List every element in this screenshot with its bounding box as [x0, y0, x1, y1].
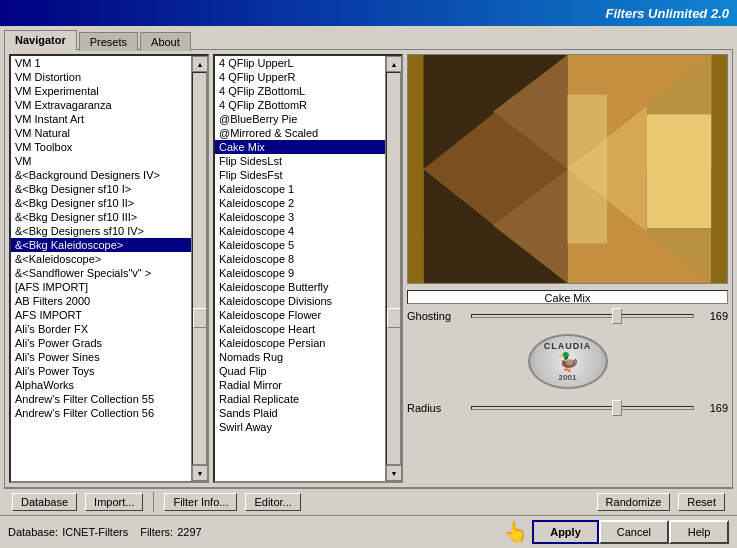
middle-list-item-sands-plaid[interactable]: Sands Plaid	[215, 406, 385, 420]
claudia-name: CLAUDIA	[544, 341, 592, 351]
left-list-item-vm1[interactable]: VM 1	[11, 56, 191, 70]
middle-list-scroll[interactable]: 4 QFlip UpperL4 QFlip UpperR4 QFlip ZBot…	[215, 56, 385, 481]
middle-list-item-mirrored-scaled[interactable]: @Mirrored & Scaled	[215, 126, 385, 140]
left-list-item-vm-experimental[interactable]: VM Experimental	[11, 84, 191, 98]
claudia-bird-icon: 🦆	[557, 351, 579, 373]
middle-list-item-cake-mix[interactable]: Cake Mix	[215, 140, 385, 154]
ghosting-label: Ghosting	[407, 310, 467, 322]
left-scroll-thumb[interactable]	[193, 308, 207, 328]
left-scroll-down[interactable]	[192, 465, 207, 481]
main-container: Navigator Presets About VM 1VM Distortio…	[0, 26, 737, 548]
claudia-year: 2001	[559, 373, 577, 382]
middle-list-item-kaleidoscope-1[interactable]: Kaleidoscope 1	[215, 182, 385, 196]
randomize-button[interactable]: Randomize	[597, 493, 671, 511]
middle-list-item-kaleidoscope-heart[interactable]: Kaleidoscope Heart	[215, 322, 385, 336]
claudia-area: CLAUDIA 🦆 2001	[407, 326, 728, 396]
middle-list-item-kaleidoscope-5[interactable]: Kaleidoscope 5	[215, 238, 385, 252]
apply-indicator-icon: 👆	[503, 520, 528, 544]
middle-list-item-swirl-away[interactable]: Swirl Away	[215, 420, 385, 434]
toolbar-separator-1	[153, 492, 154, 512]
left-list-item-vm-distortion[interactable]: VM Distortion	[11, 70, 191, 84]
left-list-item-vm-toolbox[interactable]: VM Toolbox	[11, 140, 191, 154]
middle-list-item-4qflip-zbottomr[interactable]: 4 QFlip ZBottomR	[215, 98, 385, 112]
import-button[interactable]: Import...	[85, 493, 143, 511]
tab-navigator[interactable]: Navigator	[4, 30, 77, 50]
left-filter-list: VM 1VM DistortionVM ExperimentalVM Extra…	[9, 54, 209, 483]
filter-info-button[interactable]: Filter Info...	[164, 493, 237, 511]
middle-list-item-kaleidoscope-persian[interactable]: Kaleidoscope Persian	[215, 336, 385, 350]
middle-list-item-radial-mirror[interactable]: Radial Mirror	[215, 378, 385, 392]
left-list-item-bkg-designers-sf10iv[interactable]: &<Bkg Designers sf10 IV>	[11, 224, 191, 238]
middle-scroll-up[interactable]	[386, 56, 401, 72]
middle-list-item-kaleidoscope-butterfly[interactable]: Kaleidoscope Butterfly	[215, 280, 385, 294]
left-scrollbar[interactable]	[191, 56, 207, 481]
help-button[interactable]: Help	[669, 520, 729, 544]
left-list-item-vm-instant-art[interactable]: VM Instant Art	[11, 112, 191, 126]
tab-about[interactable]: About	[140, 32, 191, 51]
middle-list-item-kaleidoscope-3[interactable]: Kaleidoscope 3	[215, 210, 385, 224]
left-list-item-vm-extravagaranza[interactable]: VM Extravagaranza	[11, 98, 191, 112]
filter-name-container: Cake Mix	[407, 290, 728, 304]
middle-scroll-track[interactable]	[386, 72, 401, 465]
middle-list-item-kaleidoscope-divisions[interactable]: Kaleidoscope Divisions	[215, 294, 385, 308]
left-list-item-vm-natural[interactable]: VM Natural	[11, 126, 191, 140]
reset-button[interactable]: Reset	[678, 493, 725, 511]
middle-list-item-kaleidoscope-2[interactable]: Kaleidoscope 2	[215, 196, 385, 210]
tab-presets[interactable]: Presets	[79, 32, 138, 51]
left-list-item-alis-power-grads[interactable]: Ali's Power Grads	[11, 336, 191, 350]
middle-list-item-kaleidoscope-flower[interactable]: Kaleidoscope Flower	[215, 308, 385, 322]
database-value: ICNET-Filters	[62, 526, 128, 538]
middle-list-item-4qflip-zbottoml[interactable]: 4 QFlip ZBottomL	[215, 84, 385, 98]
left-list-item-alis-power-sines[interactable]: Ali's Power Sines	[11, 350, 191, 364]
middle-list-item-blueberry-pie[interactable]: @BlueBerry Pie	[215, 112, 385, 126]
left-list-scroll[interactable]: VM 1VM DistortionVM ExperimentalVM Extra…	[11, 56, 191, 481]
left-list-item-alis-border-fx[interactable]: Ali's Border FX	[11, 322, 191, 336]
middle-list-item-4qflip-upperr[interactable]: 4 QFlip UpperR	[215, 70, 385, 84]
ghosting-row: Ghosting 169	[407, 310, 728, 322]
left-list-item-bkg-designers-iv[interactable]: &<Background Designers IV>	[11, 168, 191, 182]
left-list-item-andrews-55[interactable]: Andrew's Filter Collection 55	[11, 392, 191, 406]
left-list-item-bkg-designer-sf10ii[interactable]: &<Bkg Designer sf10 II>	[11, 196, 191, 210]
middle-scroll-down[interactable]	[386, 465, 401, 481]
radius-slider[interactable]	[471, 406, 694, 410]
filters-value: 2297	[177, 526, 201, 538]
middle-list-item-quad-flip[interactable]: Quad Flip	[215, 364, 385, 378]
database-button[interactable]: Database	[12, 493, 77, 511]
ghosting-slider[interactable]	[471, 314, 694, 318]
apply-button[interactable]: Apply	[532, 520, 599, 544]
middle-list-item-4qflip-upperl[interactable]: 4 QFlip UpperL	[215, 56, 385, 70]
middle-list-item-flip-sidesfst[interactable]: Flip SidesFst	[215, 168, 385, 182]
left-scroll-track[interactable]	[192, 72, 207, 465]
left-scroll-up[interactable]	[192, 56, 207, 72]
left-list-item-alphaworks[interactable]: AlphaWorks	[11, 378, 191, 392]
tab-bar: Navigator Presets About	[0, 26, 737, 49]
preview-canvas	[407, 54, 728, 284]
middle-list-item-nomads-rug[interactable]: Nomads Rug	[215, 350, 385, 364]
bottom-toolbar: Database Import... Filter Info... Editor…	[4, 488, 733, 515]
left-list-item-afs-import[interactable]: [AFS IMPORT]	[11, 280, 191, 294]
app-title: Filters Unlimited 2.0	[605, 6, 729, 21]
title-bar: Filters Unlimited 2.0	[0, 0, 737, 26]
left-list-item-kaleidoscope[interactable]: &<Kaleidoscope>	[11, 252, 191, 266]
radius-row: Radius 169	[407, 402, 728, 414]
middle-list-item-kaleidoscope-8[interactable]: Kaleidoscope 8	[215, 252, 385, 266]
svg-rect-11	[647, 169, 711, 228]
editor-button[interactable]: Editor...	[245, 493, 300, 511]
middle-list-item-kaleidoscope-4[interactable]: Kaleidoscope 4	[215, 224, 385, 238]
middle-list-item-radial-replicate[interactable]: Radial Replicate	[215, 392, 385, 406]
middle-scrollbar[interactable]	[385, 56, 401, 481]
middle-list-item-flip-sideslist[interactable]: Flip SidesLst	[215, 154, 385, 168]
left-list-item-ab-filters-2000[interactable]: AB Filters 2000	[11, 294, 191, 308]
left-list-item-alis-power-toys[interactable]: Ali's Power Toys	[11, 364, 191, 378]
left-list-item-bkg-designer-sf10i[interactable]: &<Bkg Designer sf10 I>	[11, 182, 191, 196]
middle-scroll-thumb[interactable]	[387, 308, 401, 328]
left-list-item-andrews-56[interactable]: Andrew's Filter Collection 56	[11, 406, 191, 420]
content-area: VM 1VM DistortionVM ExperimentalVM Extra…	[4, 49, 733, 488]
left-list-item-afs-import2[interactable]: AFS IMPORT	[11, 308, 191, 322]
middle-list-item-kaleidoscope-9[interactable]: Kaleidoscope 9	[215, 266, 385, 280]
cancel-button[interactable]: Cancel	[599, 520, 669, 544]
left-list-item-bkg-designer-sf10iii[interactable]: &<Bkg Designer sf10 III>	[11, 210, 191, 224]
left-list-item-bkg-kaleidoscope[interactable]: &<Bkg Kaleidoscope>	[11, 238, 191, 252]
left-list-item-sandflower-specials[interactable]: &<Sandflower Specials"v" >	[11, 266, 191, 280]
left-list-item-vm[interactable]: VM	[11, 154, 191, 168]
